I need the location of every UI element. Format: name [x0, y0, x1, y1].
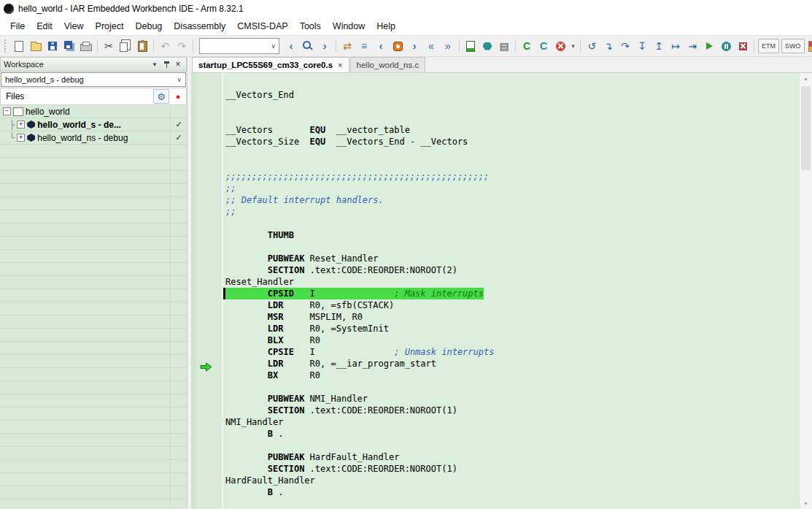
- configuration-dropdown[interactable]: hello_world_s - debug ∨: [1, 72, 186, 87]
- compile-button[interactable]: C: [519, 38, 535, 54]
- print-button[interactable]: [78, 38, 94, 54]
- cut-button[interactable]: ✂: [101, 38, 117, 54]
- menu-tools[interactable]: Tools: [294, 19, 327, 34]
- workspace-empty-row: [0, 381, 187, 394]
- pin-icon[interactable]: [161, 59, 171, 69]
- scroll-down-icon[interactable]: ▼: [800, 498, 812, 509]
- files-header-label: Files: [6, 91, 24, 102]
- hexagon-icon: [483, 42, 492, 50]
- step-over-button[interactable]: ↷: [617, 38, 633, 54]
- tab-hello-world-ns-c[interactable]: hello_world_ns.c: [350, 57, 426, 72]
- next-statement-button[interactable]: ↦: [668, 38, 684, 54]
- scroll-up-icon[interactable]: ▲: [800, 73, 812, 84]
- code-area[interactable]: __Vectors_End __Vectors EQU __vector_tab…: [223, 73, 799, 509]
- stop-build-button[interactable]: [552, 38, 568, 54]
- menu-disassembly[interactable]: Disassembly: [168, 19, 231, 34]
- find-previous-button[interactable]: ‹: [283, 38, 299, 54]
- code-line: [225, 77, 799, 89]
- editor-scrollbar[interactable]: ▲ ▼: [799, 73, 812, 509]
- new-document-button[interactable]: [11, 38, 27, 54]
- menu-file[interactable]: File: [4, 19, 31, 34]
- menu-cmsis-dap[interactable]: CMSIS-DAP: [231, 19, 293, 34]
- red-dot-icon[interactable]: ●: [171, 89, 185, 104]
- etm-button[interactable]: ETM: [758, 39, 779, 53]
- break-execution-button[interactable]: [718, 38, 734, 54]
- swo-button[interactable]: SWO: [781, 39, 805, 53]
- editor[interactable]: __Vectors_End __Vectors EQU __vector_tab…: [191, 73, 812, 509]
- code-line: CPSIE I ; Unmask interrupts: [225, 346, 799, 358]
- editor-column: startup_LPC55S69_cm33_core0.s×hello_worl…: [191, 57, 812, 509]
- code-line: __Vectors_Size EQU __Vectors_End - __Vec…: [225, 136, 799, 148]
- toolbar-separator: [97, 39, 98, 53]
- trace-grid-button[interactable]: [806, 38, 812, 54]
- folder-icon: [31, 43, 42, 51]
- toggle-breakpoint-button[interactable]: [390, 38, 406, 54]
- step-out-button[interactable]: ↥: [651, 38, 667, 54]
- project-hello-world[interactable]: −hello_world: [0, 105, 187, 118]
- reset-button[interactable]: ↺: [584, 38, 600, 54]
- find-next-button[interactable]: ›: [317, 38, 333, 54]
- code-line: SECTION .text:CODE:REORDER:NOROOT(1): [225, 405, 799, 416]
- toolbar-overflow-button[interactable]: ▾: [569, 38, 577, 54]
- code-line: LDR R0, =__iar_program_start: [225, 358, 799, 370]
- checkmark-icon: ✓: [170, 131, 187, 144]
- combo-dropdown-icon[interactable]: ∨: [269, 42, 277, 50]
- menu-help[interactable]: Help: [371, 19, 401, 34]
- make-button[interactable]: [463, 38, 479, 54]
- next-bookmark-button[interactable]: ›: [406, 38, 422, 54]
- code-line: [225, 241, 799, 253]
- save-all-button[interactable]: [61, 38, 77, 54]
- expander-icon[interactable]: +: [17, 134, 25, 142]
- batch-build-button[interactable]: ▤: [496, 38, 512, 54]
- stop-debugging-button[interactable]: [735, 38, 751, 54]
- menu-project[interactable]: Project: [90, 19, 130, 34]
- find-button[interactable]: [300, 38, 316, 54]
- menu-debug[interactable]: Debug: [129, 19, 168, 34]
- menu-view[interactable]: View: [58, 19, 90, 34]
- workspace-menu-icon[interactable]: ▼: [150, 59, 160, 69]
- workspace-empty-row: [0, 171, 187, 184]
- expander-icon[interactable]: −: [3, 107, 11, 115]
- redo-button[interactable]: ↷: [174, 38, 190, 54]
- run-to-cursor-button[interactable]: ⇥: [684, 38, 700, 54]
- navigate-forward-button[interactable]: »: [440, 38, 456, 54]
- undo-button[interactable]: ↶: [157, 38, 173, 54]
- editor-tab-bar: startup_LPC55S69_cm33_core0.s×hello_worl…: [191, 57, 812, 73]
- project-hello-world-s[interactable]: ├+hello_world_s - de...✓: [0, 118, 187, 131]
- rebuild-all-button[interactable]: C: [535, 38, 552, 54]
- menu-edit[interactable]: Edit: [31, 19, 58, 34]
- doc-icon: [15, 41, 23, 52]
- replace-button[interactable]: ⇄: [339, 38, 355, 54]
- navigate-backward-button[interactable]: «: [423, 38, 439, 54]
- step-into-button[interactable]: ↧: [634, 38, 650, 54]
- save-button[interactable]: [45, 38, 61, 54]
- go-button[interactable]: [701, 38, 717, 54]
- copy-button[interactable]: [117, 38, 134, 54]
- code-line: CPSID I ; Mask interrupts: [225, 288, 799, 299]
- find-combobox[interactable]: ∨: [199, 38, 279, 54]
- code-line: LDR R0, =SystemInit: [225, 323, 799, 334]
- expander-icon[interactable]: +: [17, 120, 25, 129]
- gear-icon[interactable]: ⚙: [153, 89, 169, 104]
- previous-bookmark-button[interactable]: ‹: [373, 38, 389, 54]
- open-document-button[interactable]: [28, 38, 44, 54]
- paste-button[interactable]: [134, 38, 150, 54]
- configuration-value: hello_world_s - debug: [5, 75, 84, 84]
- tab-startup-lpc55s69-cm33-core0-s[interactable]: startup_LPC55S69_cm33_core0.s×: [192, 57, 349, 72]
- build-button[interactable]: [479, 38, 495, 54]
- close-tab-icon[interactable]: ×: [338, 61, 342, 69]
- project-hello-world-ns[interactable]: └+hello_world_ns - debug✓: [0, 131, 187, 145]
- code-line: [225, 148, 799, 159]
- hex-icon: [27, 120, 35, 129]
- code-line: PUBWEAK NMI_Handler: [225, 393, 799, 405]
- hex-icon: [27, 134, 35, 142]
- go-to-button[interactable]: ≡: [356, 38, 372, 54]
- find-input[interactable]: [201, 41, 269, 51]
- break-button[interactable]: ↴: [600, 38, 616, 54]
- play-green-icon: [706, 42, 713, 50]
- scrollbar-thumb[interactable]: [801, 86, 811, 170]
- close-icon[interactable]: ×: [173, 59, 183, 69]
- menu-window[interactable]: Window: [327, 19, 371, 34]
- project-icon: [13, 107, 23, 116]
- workspace-title: Workspace: [4, 60, 44, 69]
